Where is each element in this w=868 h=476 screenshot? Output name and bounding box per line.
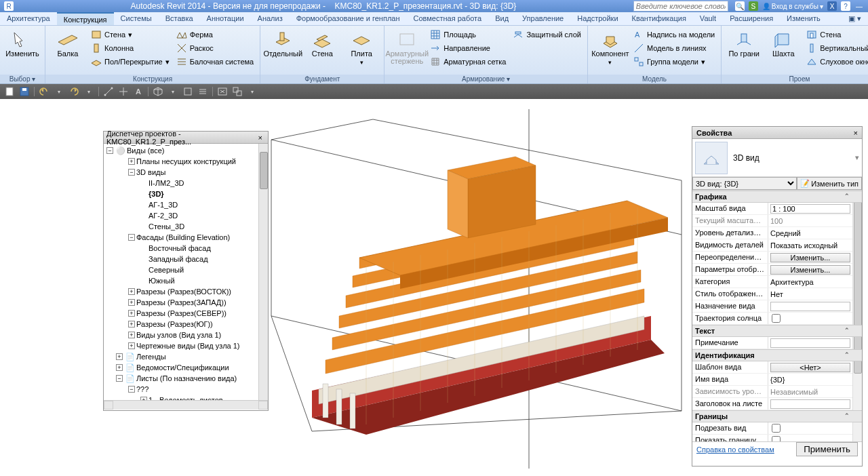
tree-item[interactable]: Стены_3D (104, 221, 268, 232)
shahta-button[interactable]: Шахта (765, 28, 802, 59)
stena-button[interactable]: Стена ▾ (89, 28, 172, 41)
switch-drop-icon[interactable]: ▾ (247, 86, 258, 97)
tab-формообразование и генплан[interactable]: Формообразование и генплан (290, 12, 407, 25)
raskos-button[interactable]: Раскос (174, 42, 256, 54)
text-icon[interactable]: A (133, 86, 144, 97)
tree-item[interactable]: −??? (104, 384, 268, 395)
gruppa-button[interactable]: Группа модели ▾ (631, 56, 717, 68)
plita-button[interactable]: Плита▾ (343, 28, 380, 68)
tab-вид[interactable]: Вид (488, 12, 515, 25)
zagolovok-input[interactable] (770, 399, 850, 409)
apply-button[interactable]: Применить (796, 442, 858, 456)
primech-input[interactable] (770, 338, 850, 348)
tab-управление[interactable]: Управление (515, 12, 570, 25)
sluh-button[interactable]: Слуховое окно (804, 56, 868, 68)
project-browser-hscroll[interactable] (104, 400, 268, 410)
modify-button[interactable]: Изменить (4, 28, 41, 59)
properties-close-icon[interactable]: × (854, 129, 858, 137)
tab-vault[interactable]: Vault (693, 12, 723, 25)
app-menu-icon[interactable]: R (4, 1, 14, 11)
save-icon[interactable] (19, 86, 30, 97)
properties-scrollbar[interactable] (852, 191, 862, 441)
tree-item[interactable]: Восточный фасад (104, 243, 268, 254)
nadpis-button[interactable]: AНадпись на модели (631, 28, 717, 41)
tab-квантификация[interactable]: Квантификация (625, 12, 693, 25)
properties-help-link[interactable]: Справка по свойствам (696, 445, 774, 454)
tree-item[interactable]: АГ-1_3D (104, 199, 268, 210)
tree-item[interactable]: +1 - Ведомость листов (104, 395, 268, 400)
tree-item[interactable]: +Разрезы (Разрез(ЮГ)) (104, 319, 268, 330)
tab-совместная работа[interactable]: Совместная работа (407, 12, 489, 25)
edit-type-button[interactable]: 📝 Изменить тип (797, 177, 862, 190)
thin-icon[interactable] (197, 86, 208, 97)
new-icon[interactable] (4, 86, 15, 97)
subscription-icon[interactable]: S (749, 1, 758, 11)
tab-анализ[interactable]: Анализ (251, 12, 290, 25)
tree-item[interactable]: +Чертежные виды (Вид узла 1) (104, 340, 268, 351)
tree-item[interactable]: −📄Листы (По назначению вида) (104, 373, 268, 384)
napr-button[interactable]: Направление (428, 42, 508, 54)
section-icon[interactable] (182, 86, 193, 97)
podrezat-checkbox[interactable] (772, 424, 781, 433)
mashtab-input[interactable] (770, 204, 850, 214)
vidimost-value[interactable]: Показать исходный (768, 239, 852, 251)
tab-надстройки[interactable]: Надстройки (570, 12, 625, 25)
tree-item[interactable]: +Разрезы (Разрез(ВОСТОК)) (104, 286, 268, 297)
project-browser-scrollbar[interactable] (258, 144, 268, 400)
tree-root[interactable]: − ⚪ Виды (все) (104, 145, 268, 156)
tree-item[interactable]: {3D} (104, 189, 268, 199)
otdel-button[interactable]: Отдельный (264, 28, 301, 59)
tree-item[interactable]: +Планы несущих конструкций (104, 156, 268, 167)
sloy-button[interactable]: Защитный слой (511, 28, 583, 41)
tree-item[interactable]: +Разрезы (Разрез(СЕВЕР)) (104, 308, 268, 319)
tree-item[interactable]: Северный (104, 264, 268, 275)
measure-icon[interactable] (103, 86, 114, 97)
help-icon[interactable]: ? (841, 1, 850, 11)
setka-button[interactable]: Арматурная сетка (428, 56, 508, 68)
type-dropdown-icon[interactable]: ▾ (855, 153, 859, 162)
tree-item[interactable]: −3D виды (104, 167, 268, 178)
kolonna-button[interactable]: Колонна (89, 42, 172, 54)
balka-button[interactable]: Балка (50, 28, 86, 59)
tree-item[interactable]: II-ЛМ2_3D (104, 178, 268, 189)
switch-icon[interactable] (232, 86, 243, 97)
instance-selector[interactable]: 3D вид: {3D} (692, 177, 797, 190)
tree-item[interactable]: −Фасады (Building Elevation) (104, 232, 268, 243)
project-browser-close-icon[interactable]: × (256, 134, 265, 142)
tab-изменить[interactable]: Изменить (780, 12, 827, 25)
tree-item[interactable]: Южный (104, 275, 268, 286)
plosh-button[interactable]: Площадь (428, 28, 508, 41)
traekt-checkbox[interactable] (772, 314, 781, 323)
stil-value[interactable]: Нет (768, 288, 852, 300)
3d-icon[interactable] (153, 86, 163, 97)
minimize-icon[interactable]: — (854, 1, 864, 11)
component-button[interactable]: Компонент▾ (592, 28, 629, 68)
3d-drop-icon[interactable]: ▾ (167, 86, 178, 97)
tab-системы[interactable]: Системы (114, 12, 159, 25)
fund-stena-button[interactable]: Стена (304, 28, 340, 59)
ferma-button[interactable]: Ферма (174, 28, 256, 41)
tree-item[interactable]: +Разрезы (Разрез(ЗАПАД)) (104, 297, 268, 308)
imya-value[interactable]: {3D} (768, 374, 852, 385)
pol-button[interactable]: Пол/Перекрытие ▾ (89, 56, 172, 68)
param-otobr-button[interactable]: Изменить... (770, 265, 850, 275)
kategoria-value[interactable]: Архитектура (768, 276, 852, 287)
tab-overflow[interactable]: ▣ ▾ (842, 12, 868, 25)
proem-stena-button[interactable]: Стена (804, 28, 868, 41)
shablon-button[interactable]: <Нет> (770, 363, 850, 372)
section-grafika[interactable]: Графика⌃ (692, 191, 862, 203)
tree-item[interactable]: Западный фасад (104, 254, 268, 264)
section-text[interactable]: Текст⌃ (692, 325, 862, 337)
undo-drop-icon[interactable]: ▾ (54, 86, 64, 97)
redo-drop-icon[interactable]: ▾ (83, 86, 94, 97)
undo-icon[interactable] (39, 86, 50, 97)
uroven-value[interactable]: Средний (768, 227, 852, 239)
tab-аннотации[interactable]: Аннотации (200, 12, 251, 25)
section-ident[interactable]: Идентификация⌃ (692, 349, 862, 361)
tab-расширения[interactable]: Расширения (723, 12, 780, 25)
grani-button[interactable]: По грани (726, 28, 762, 59)
search-input[interactable] (633, 1, 728, 12)
align-icon[interactable] (118, 86, 129, 97)
redo-icon[interactable] (68, 86, 79, 97)
exchange-icon[interactable]: X (827, 1, 837, 11)
